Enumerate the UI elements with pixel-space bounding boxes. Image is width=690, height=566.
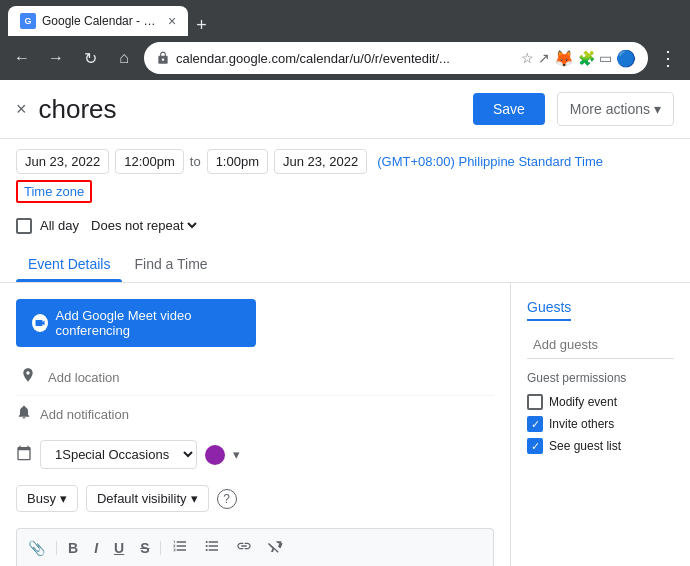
puzzle-icon[interactable]: 🧩 [578,50,595,66]
address-text: calendar.google.com/calendar/u/0/r/event… [176,51,515,66]
left-panel: Add Google Meet video conferencing [0,283,510,566]
lock-icon [156,51,170,65]
guest-permissions-title: Guest permissions [527,371,674,385]
location-icon [16,367,40,387]
active-tab[interactable]: G Google Calendar - Event details × [8,6,188,36]
start-date-chip[interactable]: Jun 23, 2022 [16,149,109,174]
notification-row [16,396,494,432]
status-row: Busy ▾ Default visibility ▾ ? [16,477,494,520]
ordered-list-button[interactable] [167,535,193,560]
notification-input[interactable] [40,407,494,422]
bookmark-icon[interactable]: ☆ [521,50,534,66]
browser-chrome: G Google Calendar - Event details × + ← … [0,0,690,80]
home-button[interactable]: ⌂ [110,44,138,72]
invite-others-checkbox[interactable]: ✓ [527,416,543,432]
modify-event-label: Modify event [549,395,617,409]
sidebar-icon[interactable]: ▭ [599,50,612,66]
visibility-dropdown[interactable]: Default visibility ▾ [86,485,209,512]
location-row [16,359,494,396]
meet-icon [32,314,48,332]
tab-bar: G Google Calendar - Event details × + [0,0,690,36]
description-section: 📎 B I U S [16,528,494,566]
attach-button[interactable]: 📎 [23,537,50,559]
remove-format-button[interactable] [263,535,289,560]
tab-event-details[interactable]: Event Details [16,246,122,282]
fox-icon: 🦊 [554,49,574,68]
reload-button[interactable]: ↻ [76,44,104,72]
calendar-color-picker[interactable] [205,445,225,465]
browser-toolbar: ← → ↻ ⌂ calendar.google.com/calendar/u/0… [0,36,690,80]
busy-dropdown[interactable]: Busy ▾ [16,485,78,512]
permission-see-guest-list: ✓ See guest list [527,435,674,457]
tabs-row: Event Details Find a Time [0,246,690,283]
help-icon[interactable]: ? [217,489,237,509]
profile-icon[interactable]: 🔵 [616,49,636,68]
timezone-text: (GMT+08:00) Philippine Standard Time [377,154,603,169]
tab-find-time[interactable]: Find a Time [122,246,219,282]
forward-button[interactable]: → [42,44,70,72]
right-panel: Guests Guest permissions Modify event ✓ … [510,283,690,566]
calendar-color-arrow[interactable]: ▾ [233,447,240,462]
calendar-row: 1Special Occasions ▾ [16,432,494,477]
location-input[interactable] [48,370,494,385]
address-icons: ☆ ↗ 🦊 🧩 ▭ 🔵 [521,49,636,68]
close-button[interactable]: × [16,99,27,120]
start-time-chip[interactable]: 12:00pm [115,149,184,174]
back-button[interactable]: ← [8,44,36,72]
repeat-dropdown[interactable]: Does not repeat [87,217,200,234]
save-button[interactable]: Save [473,93,545,125]
modify-event-checkbox[interactable] [527,394,543,410]
calendar-icon [16,445,32,464]
address-bar[interactable]: calendar.google.com/calendar/u/0/r/event… [144,42,648,74]
end-date-chip[interactable]: Jun 23, 2022 [274,149,367,174]
to-label: to [190,154,201,169]
datetime-row: Jun 23, 2022 12:00pm to 1:00pm Jun 23, 2… [0,139,690,213]
event-header: × Save More actions ▾ [0,80,690,139]
permission-modify-event: Modify event [527,391,674,413]
timezone-link[interactable]: Time zone [16,180,92,203]
page-content: × Save More actions ▾ Jun 23, 2022 12:00… [0,80,690,566]
tab-title: Google Calendar - Event details [42,14,162,28]
new-tab-button[interactable]: + [188,15,215,36]
allday-checkbox[interactable] [16,218,32,234]
add-meet-button[interactable]: Add Google Meet video conferencing [16,299,256,347]
toolbar-divider2 [160,541,161,555]
notification-icon [16,404,32,424]
more-options-button[interactable]: ⋮ [654,44,682,72]
description-toolbar: 📎 B I U S [16,528,494,566]
bold-button[interactable]: B [63,537,83,559]
invite-others-label: Invite others [549,417,614,431]
content-area: Add Google Meet video conferencing [0,283,690,566]
see-guest-list-checkbox[interactable]: ✓ [527,438,543,454]
unordered-list-button[interactable] [199,535,225,560]
allday-label: All day [40,218,79,233]
event-title-input[interactable] [39,94,461,125]
guests-title: Guests [527,299,571,321]
link-button[interactable] [231,535,257,560]
end-time-chip[interactable]: 1:00pm [207,149,268,174]
tab-favicon: G [20,13,36,29]
add-guests-input[interactable] [527,331,674,359]
underline-button[interactable]: U [109,537,129,559]
strikethrough-button[interactable]: S [135,537,154,559]
share-icon[interactable]: ↗ [538,50,550,66]
italic-button[interactable]: I [89,537,103,559]
permission-invite-others: ✓ Invite others [527,413,674,435]
allday-row: All day Does not repeat [0,213,690,238]
more-actions-button[interactable]: More actions ▾ [557,92,674,126]
tab-close-icon[interactable]: × [168,13,176,29]
see-guest-list-label: See guest list [549,439,621,453]
calendar-dropdown[interactable]: 1Special Occasions [40,440,197,469]
toolbar-divider [56,541,57,555]
